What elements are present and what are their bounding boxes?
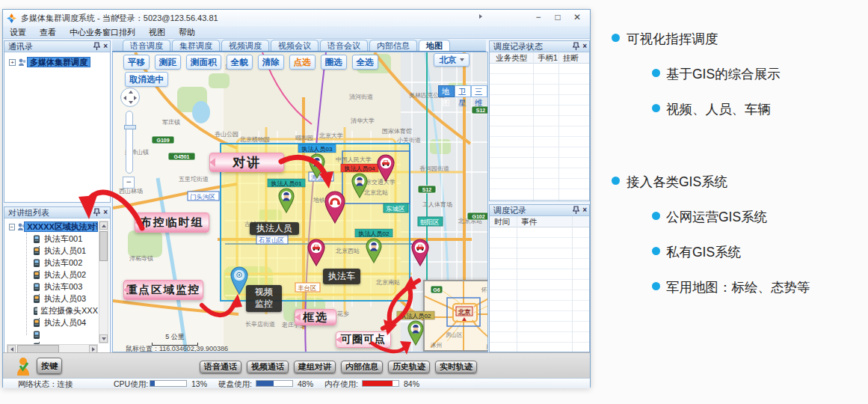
map-label: 北京交通大学 (359, 178, 395, 186)
app-logo-icon (7, 13, 16, 23)
layer-地图[interactable]: 地图 (438, 85, 455, 97)
tab-视频会议[interactable]: 视频会议 (271, 40, 318, 51)
layer-三维[interactable]: 三维 (471, 85, 487, 97)
annotation-banner: 对讲 (209, 153, 284, 172)
map-tool-圈选[interactable]: 圈选 (321, 55, 347, 70)
slide-bullet-text: 基于GIS的综合展示 (666, 65, 781, 83)
map-tool-全貌[interactable]: 全貌 (227, 55, 253, 70)
视频通话-button[interactable]: 视频通话 (247, 361, 289, 373)
city-selector[interactable]: 北京 (434, 53, 470, 67)
menu-item-查看[interactable]: 查看 (33, 26, 63, 38)
map-label: 国家体育馆 (382, 128, 412, 135)
memory-value: 84% (404, 379, 419, 388)
dispatch-log-grid (490, 227, 589, 352)
column-header-业务类型: 业务类型 (496, 52, 527, 64)
zoom-slider-thumb[interactable] (124, 125, 136, 129)
map-label: 五里坨街道 (179, 176, 209, 183)
map-tool-测距[interactable]: 测距 (155, 55, 181, 70)
person-icon (32, 294, 41, 304)
overview-inset-map[interactable]: G6北京怀柔房山区涿州廊坊 (423, 280, 488, 352)
tab-语音调度[interactable]: 语音调度 (123, 40, 170, 51)
tab-语音会议[interactable]: 语音会议 (320, 40, 368, 51)
map-zoom-slider[interactable] (126, 111, 133, 174)
内部信息-button[interactable]: 内部信息 (341, 361, 383, 373)
tab-集群调度[interactable]: 集群调度 (172, 40, 220, 51)
map-view[interactable]: 温泉镇军庄镇妙峰山镇西山林场五里坨街道潭柘寺镇香山公园北京植物园颐和园北京大学清… (112, 52, 488, 352)
pin-icon[interactable] (93, 208, 100, 217)
menu-item-中心业务窗口排列[interactable]: 中心业务窗口排列 (63, 26, 142, 38)
map-tool-平移[interactable]: 平移 (123, 55, 150, 70)
dispatch-status-grid (490, 64, 589, 201)
历史轨迹-button[interactable]: 历史轨迹 (388, 361, 430, 373)
dispatch-log-panel: 调度记录 × 时间事件 (489, 204, 590, 352)
restore-button[interactable]: □ (548, 10, 567, 26)
layer-卫星[interactable]: 卫星 (455, 85, 471, 97)
menu-item-视图[interactable]: 视图 (142, 26, 172, 38)
pin-icon[interactable] (573, 42, 579, 51)
map-tool-清除[interactable]: 清除 (258, 55, 284, 70)
talkgroup-item[interactable] (7, 328, 98, 340)
minimize-button[interactable]: − (529, 10, 548, 26)
talkgroup-item[interactable]: 执法人员02 (7, 269, 98, 281)
talkgroup-item[interactable]: 执法车003 (7, 281, 98, 293)
tab-视频调度[interactable]: 视频调度 (221, 40, 269, 51)
pin-icon[interactable] (573, 206, 579, 215)
talkgroup-item[interactable]: 执法人员04 (7, 316, 98, 328)
ptt-button[interactable]: 按键 (37, 358, 62, 374)
talkgroup-root[interactable]: XXXXX区域执法对讲组 (24, 221, 98, 232)
close-button[interactable]: ✕ (567, 10, 587, 26)
语音通话-button[interactable]: 语音通话 (200, 361, 241, 373)
tree-expander-icon[interactable]: − (9, 224, 15, 230)
zoom-out-button[interactable]: − (123, 177, 135, 189)
annotation-banner: 布控临时组 (135, 212, 209, 233)
tab-scroll-right-icon[interactable] (477, 12, 484, 20)
vertical-scrollbar[interactable] (99, 221, 108, 343)
district-label: 门头沟区 (188, 192, 219, 201)
tree-expander-icon[interactable]: + (9, 59, 16, 66)
cancel-selection-button[interactable]: 取消选中 (125, 72, 168, 87)
close-icon[interactable]: × (582, 206, 587, 215)
talkgroup-item-label: 监控摄像头XXX (40, 305, 98, 316)
screenshot-canvas: 多媒体集群调度系统 - 当前登录：5023@123.56.43.81 − □ ✕… (0, 0, 868, 404)
tab-地图[interactable]: 地图 (419, 40, 450, 51)
annotation-banner: 框选 (295, 309, 336, 325)
close-icon[interactable]: × (103, 42, 108, 51)
map-tool-测面积[interactable]: 测面积 (186, 55, 221, 70)
map-label: 清华大学 (351, 117, 375, 124)
menu-bar: 设置查看中心业务窗口排列视图帮助 (3, 26, 590, 39)
road-shield: G4501 (168, 153, 195, 160)
tab-strip: 语音调度集群调度视频调度视频会议语音会议内部信息地图 (112, 40, 486, 52)
tab-内部信息[interactable]: 内部信息 (369, 40, 417, 51)
map-tooltip: 执法车 (323, 269, 360, 284)
talkgroup-item-label: 执法人员04 (44, 317, 86, 328)
talkgroup-item[interactable]: 执法车002 (7, 257, 98, 269)
map-tool-点选[interactable]: 点选 (289, 55, 316, 70)
pin-icon[interactable] (93, 42, 100, 51)
map-label: 香山公园 (215, 131, 238, 138)
menu-item-设置[interactable]: 设置 (3, 26, 33, 38)
map-toolbar: 平移测距测面积全貌清除点选圈选全选 (123, 55, 378, 70)
close-icon[interactable]: × (582, 42, 587, 51)
svg-text:北京: 北京 (458, 308, 472, 316)
contacts-root[interactable]: 多媒体集群调度 (27, 57, 90, 67)
map-pan-control[interactable] (120, 88, 140, 107)
talkgroup-item[interactable]: 执法人员03 (7, 293, 98, 304)
district-label: 丰台区 (295, 283, 320, 292)
call-buttons: 语音通话视频通话建组对讲内部信息历史轨迹实时轨迹 (200, 361, 477, 373)
talkgroup-item[interactable]: 执法人员01 (7, 245, 98, 257)
svg-text:S12: S12 (422, 187, 432, 192)
map-label: 花乡 (337, 310, 349, 317)
talkgroup-item[interactable]: 监控摄像头XXX (7, 304, 98, 316)
close-icon[interactable]: × (103, 208, 108, 217)
network-status: 网络状态：连接 (18, 379, 73, 388)
map-tool-全选[interactable]: 全选 (352, 55, 378, 70)
map-label: 北京植物园 (239, 136, 270, 143)
talkgroup-item[interactable]: 执法车001 (7, 233, 98, 245)
district-label: 朝阳区 (418, 217, 443, 226)
建组对讲-button[interactable]: 建组对讲 (294, 361, 336, 373)
实时轨迹-button[interactable]: 实时轨迹 (435, 361, 477, 373)
menu-item-帮助[interactable]: 帮助 (172, 26, 202, 38)
tab-scroll-left-icon[interactable] (114, 12, 120, 20)
slide-bullet-text: 私有GIS系统 (666, 243, 741, 261)
talkgroup-item-label: 执法车001 (44, 233, 82, 245)
